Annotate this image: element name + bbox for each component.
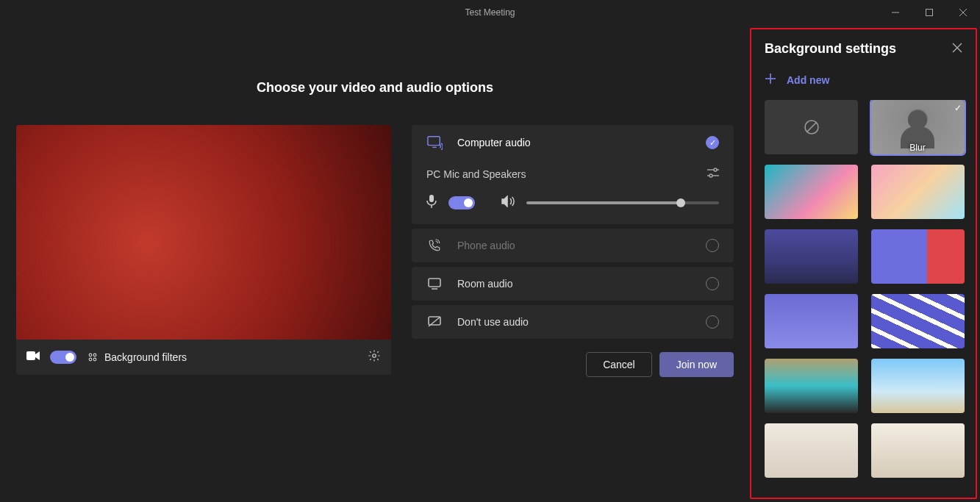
action-buttons: Cancel Join now [412,352,734,377]
video-column: Background filters [16,125,391,375]
background-filters-button[interactable]: Background filters [87,351,187,363]
room-audio-radio[interactable] [706,277,719,290]
svg-point-7 [89,358,92,361]
add-new-label: Add new [787,74,829,86]
room-audio-option[interactable]: Room audio [412,267,734,301]
plus-icon [765,73,776,87]
background-image-3[interactable] [765,229,858,284]
phone-audio-panel: Phone audio [412,229,734,262]
background-none[interactable] [765,100,858,154]
svg-rect-10 [428,137,440,146]
close-panel-button[interactable] [952,43,962,56]
svg-point-12 [714,168,717,171]
page-heading: Choose your video and audio options [15,80,735,96]
room-audio-panel: Room audio [412,267,734,301]
phone-audio-label: Phone audio [457,240,691,251]
join-now-button[interactable]: Join now [659,352,734,377]
video-preview [16,125,391,340]
svg-rect-4 [26,351,35,360]
cancel-button[interactable]: Cancel [586,352,652,377]
background-image-7[interactable] [765,359,858,413]
phone-audio-radio[interactable] [706,239,719,252]
no-audio-label: Don't use audio [457,316,691,328]
room-audio-label: Room audio [457,278,691,290]
svg-rect-1 [926,10,933,16]
svg-rect-16 [429,279,440,287]
audio-device-block: PC Mic and Speakers [412,160,734,224]
svg-point-9 [373,354,376,358]
computer-audio-radio[interactable] [706,136,719,149]
background-blur[interactable]: ✓ Blur [871,100,965,154]
camera-toggle[interactable] [50,351,76,364]
title-bar: Test Meeting [0,0,980,25]
phone-audio-option[interactable]: Phone audio [412,229,734,262]
svg-line-24 [807,123,816,132]
svg-point-6 [93,354,96,356]
device-settings-icon[interactable] [707,168,719,180]
background-image-5[interactable] [765,294,858,348]
computer-audio-icon [426,135,443,150]
blur-label: Blur [871,143,965,153]
window-title: Test Meeting [465,7,515,18]
background-image-10[interactable] [871,423,965,478]
side-panel-title: Background settings [765,41,896,57]
mic-toggle[interactable] [448,196,475,209]
minimize-button[interactable] [879,0,912,25]
audio-device-label: PC Mic and Speakers [426,168,526,180]
svg-point-8 [93,358,96,361]
device-settings-button[interactable] [368,349,381,365]
camera-icon [26,351,40,364]
volume-slider[interactable] [526,201,719,204]
check-icon: ✓ [954,103,962,113]
background-image-4[interactable] [871,229,965,284]
svg-point-14 [709,174,712,177]
window-controls [879,0,980,25]
mic-icon [426,195,437,211]
no-audio-radio[interactable] [706,315,719,329]
room-icon [426,278,443,290]
background-settings-panel: Background settings Add new ✓ Blur [750,28,977,499]
background-image-2[interactable] [871,165,965,219]
background-image-1[interactable] [765,165,858,219]
prejoin-main: Choose your video and audio options B [0,25,750,502]
no-audio-option[interactable]: Don't use audio [412,305,734,339]
background-image-9[interactable] [765,423,858,478]
computer-audio-panel: Computer audio PC Mic and Speakers [412,125,734,224]
speaker-icon [501,196,515,210]
svg-rect-15 [429,195,434,202]
no-audio-panel: Don't use audio [412,305,734,339]
phone-icon [426,239,443,252]
svg-point-5 [89,354,92,356]
computer-audio-label: Computer audio [457,137,691,148]
background-filters-label: Background filters [104,351,187,363]
background-thumb-list[interactable]: ✓ Blur [751,100,976,498]
maximize-button[interactable] [912,0,946,25]
close-button[interactable] [946,0,980,25]
computer-audio-option[interactable]: Computer audio [412,125,734,160]
audio-column: Computer audio PC Mic and Speakers [412,125,734,377]
effects-icon [87,351,99,363]
background-image-6[interactable] [871,294,965,348]
background-image-8[interactable] [871,359,965,413]
add-new-button[interactable]: Add new [751,62,976,100]
video-toolbar: Background filters [16,340,391,375]
no-audio-icon [426,316,443,328]
